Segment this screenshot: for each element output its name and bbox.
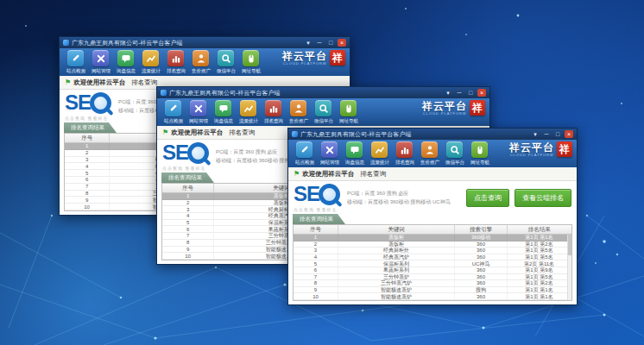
- table-cell[interactable]: 2: [162, 199, 214, 206]
- close-button[interactable]: ×: [565, 130, 573, 138]
- table-cell[interactable]: 10: [162, 253, 214, 260]
- table-cell[interactable]: 360: [454, 280, 507, 287]
- table-cell[interactable]: 8: [162, 239, 214, 246]
- table-cell[interactable]: 360移动: [454, 235, 507, 242]
- table-cell[interactable]: 第1页 第5名: [508, 273, 571, 280]
- table-cell[interactable]: 5: [65, 170, 110, 177]
- toolbar-item-site-manage[interactable]: 网站管理: [186, 100, 211, 125]
- table-row[interactable]: 6果蔬柜系列360第1页 第9名: [294, 267, 571, 273]
- table-row[interactable]: 1蒸饭柜360移动第1页 第1名: [294, 235, 571, 242]
- table-cell[interactable]: 360: [454, 254, 507, 260]
- table-row[interactable]: 9智能极速蒸炉搜狗第1页 第1名: [294, 286, 571, 293]
- toolbar-item-traffic[interactable]: 流量统计: [138, 50, 163, 75]
- table-cell[interactable]: 10: [294, 293, 338, 300]
- table-cell[interactable]: 经典厨柜灶: [338, 248, 454, 254]
- table-cell[interactable]: 1: [65, 143, 110, 150]
- table-cell[interactable]: 8: [294, 280, 338, 287]
- toolbar-item-site-check[interactable]: 站点检测: [292, 141, 317, 166]
- table-cell[interactable]: 9: [162, 246, 214, 253]
- table-cell[interactable]: 1: [294, 235, 338, 242]
- table-cell[interactable]: 5: [294, 260, 338, 267]
- toolbar-item-site-check[interactable]: 站点检测: [161, 100, 186, 125]
- table-row[interactable]: 4经典蒸汽炉360第1页 第5名: [294, 254, 571, 260]
- query-button[interactable]: 点击查询: [466, 189, 509, 207]
- collapse-button[interactable]: ▾: [531, 130, 540, 138]
- toolbar-item-site-manage[interactable]: 网站管理: [317, 141, 342, 166]
- table-cell[interactable]: 4: [65, 163, 110, 170]
- scrollbar-thumb[interactable]: [568, 235, 571, 255]
- table-cell[interactable]: 三分钟蒸汽炉: [338, 280, 454, 287]
- toolbar-item-wechat[interactable]: 微信平台: [311, 100, 336, 125]
- table-cell[interactable]: 6: [65, 176, 110, 183]
- table-cell[interactable]: 第1页 第9名: [508, 267, 571, 273]
- table-cell[interactable]: 果蔬柜系列: [338, 267, 454, 273]
- table-cell[interactable]: 360: [454, 267, 507, 273]
- toolbar-item-inquiry[interactable]: 询盘信息: [342, 141, 367, 166]
- table-cell[interactable]: 第2页 第11名: [508, 260, 571, 267]
- table-cell[interactable]: 6: [162, 226, 214, 233]
- collapse-button[interactable]: ▾: [444, 89, 452, 97]
- table-row[interactable]: 5保温柜系列UC神马第2页 第11名: [294, 260, 571, 267]
- toolbar-item-navigation[interactable]: 网址导航: [467, 141, 492, 166]
- table-cell[interactable]: UC神马: [454, 260, 507, 267]
- tab-ranking-results[interactable]: 排名查询结果: [64, 122, 117, 133]
- toolbar-item-traffic[interactable]: 流量统计: [367, 141, 392, 166]
- table-cell[interactable]: 经典蒸汽炉: [338, 254, 454, 260]
- toolbar-item-wechat[interactable]: 微信平台: [442, 141, 467, 166]
- toolbar-item-traffic[interactable]: 流量统计: [236, 100, 261, 125]
- title-bar[interactable]: 广东九鼎王厨具有限公司-祥云平台客户端 ▾ ─ □ ×: [288, 129, 577, 140]
- toolbar-item-site-check[interactable]: 站点检测: [63, 50, 88, 75]
- title-bar[interactable]: 广东九鼎王厨具有限公司-祥云平台客户端 ▾ ─ □ ×: [157, 87, 489, 98]
- table-cell[interactable]: 第1页 第2名: [508, 280, 571, 287]
- toolbar-item-ranking[interactable]: 排名查询: [261, 100, 286, 125]
- table-cell[interactable]: 3: [294, 248, 338, 254]
- table-cell[interactable]: 第1页 第1名: [508, 235, 571, 242]
- table-cell[interactable]: 第1页 第1名: [508, 286, 571, 293]
- table-cell[interactable]: 10: [65, 204, 110, 210]
- table-cell[interactable]: 蒸饭柜: [338, 241, 454, 248]
- table-cell[interactable]: 7: [294, 273, 338, 280]
- minimize-button[interactable]: ─: [542, 130, 551, 138]
- table-row[interactable]: 3经典厨柜灶360第1页 第5名: [294, 248, 571, 254]
- table-cell[interactable]: 4: [162, 213, 214, 220]
- table-cell[interactable]: 1: [162, 193, 214, 200]
- table-cell[interactable]: 第1页 第5名: [508, 254, 571, 260]
- toolbar-item-inquiry[interactable]: 询盘信息: [113, 50, 138, 75]
- collapse-button[interactable]: ▾: [304, 39, 313, 47]
- table-cell[interactable]: 三分钟蒸炉: [338, 273, 454, 280]
- table-cell[interactable]: 第1页 第1名: [508, 293, 571, 300]
- tab-ranking-results[interactable]: 排名查询结果: [161, 172, 214, 183]
- table-cell[interactable]: 360: [454, 293, 507, 300]
- table-row[interactable]: 7三分钟蒸炉360第1页 第5名: [294, 273, 571, 280]
- table-cell[interactable]: 搜狗: [454, 286, 507, 293]
- table-cell[interactable]: 智能极速蒸炉: [338, 293, 454, 300]
- table-cell[interactable]: 4: [294, 254, 338, 260]
- table-scrollbar[interactable]: [567, 235, 571, 300]
- toolbar-item-promotion[interactable]: 竞价推广: [188, 50, 213, 75]
- toolbar-item-promotion[interactable]: 竞价推广: [286, 100, 311, 125]
- title-bar[interactable]: 广东九鼎王厨具有限公司-祥云平台客户端 ▾ ─ □ ×: [60, 37, 350, 48]
- table-cell[interactable]: 8: [65, 190, 110, 197]
- table-cell[interactable]: 6: [294, 267, 338, 273]
- table-cell[interactable]: 保温柜系列: [338, 260, 454, 267]
- table-cell[interactable]: 2: [294, 241, 338, 248]
- table-cell[interactable]: 3: [162, 206, 214, 213]
- minimize-button[interactable]: ─: [315, 39, 324, 47]
- cloud-ranking-button[interactable]: 查看云端排名: [515, 189, 571, 207]
- toolbar-item-wechat[interactable]: 微信平台: [213, 50, 238, 75]
- maximize-button[interactable]: □: [553, 130, 562, 138]
- toolbar-item-site-manage[interactable]: 网站管理: [88, 50, 113, 75]
- table-cell[interactable]: 360: [454, 241, 507, 248]
- table-cell[interactable]: 7: [162, 233, 214, 240]
- table-row[interactable]: 2蒸饭柜360第1页 第2名: [294, 241, 571, 248]
- table-cell[interactable]: 第1页 第2名: [508, 241, 571, 248]
- table-cell[interactable]: 2: [65, 149, 110, 156]
- table-cell[interactable]: 9: [294, 286, 338, 293]
- table-cell[interactable]: 3: [65, 156, 110, 163]
- close-button[interactable]: ×: [338, 39, 346, 47]
- close-button[interactable]: ×: [477, 89, 486, 97]
- maximize-button[interactable]: □: [326, 39, 335, 47]
- minimize-button[interactable]: ─: [455, 89, 464, 97]
- toolbar-item-navigation[interactable]: 网址导航: [336, 100, 361, 125]
- table-row[interactable]: 8三分钟蒸汽炉360第1页 第2名: [294, 280, 571, 287]
